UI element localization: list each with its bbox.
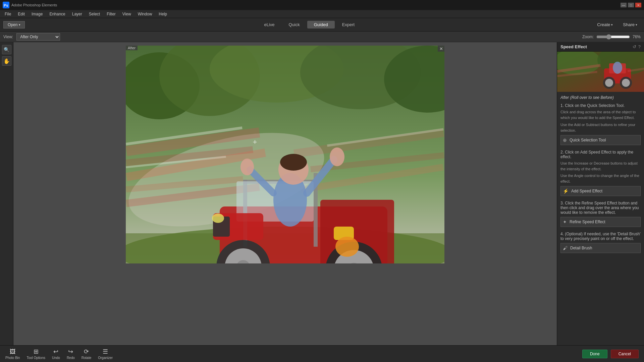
- menu-filter[interactable]: Filter: [103, 11, 119, 17]
- reset-icon[interactable]: ↺: [633, 44, 636, 49]
- menu-edit[interactable]: Edit: [14, 11, 28, 17]
- svg-rect-2: [126, 46, 444, 263]
- cancel-button[interactable]: Cancel: [611, 350, 639, 358]
- maximize-button[interactable]: □: [628, 3, 634, 7]
- menu-file[interactable]: File: [1, 11, 14, 17]
- svg-point-37: [273, 173, 307, 227]
- view-dropdown[interactable]: After Only Before Only Before & After - …: [16, 33, 60, 41]
- create-button[interactable]: Create ▾: [594, 21, 616, 28]
- menu-layer[interactable]: Layer: [69, 11, 86, 17]
- move-tool[interactable]: ✋: [2, 56, 11, 66]
- svg-point-7: [384, 46, 444, 113]
- mode-tabs: eLive Quick Guided Expert: [257, 21, 361, 28]
- canvas-area: After ✕: [13, 42, 557, 345]
- svg-point-38: [278, 155, 309, 185]
- svg-rect-44: [334, 227, 354, 240]
- step-4: 4. (Optional) If needed, use the 'Detail…: [560, 232, 641, 253]
- canvas-close-button[interactable]: ✕: [438, 46, 444, 52]
- svg-point-58: [613, 62, 622, 74]
- rotate-label: Rotate: [82, 356, 91, 360]
- detail-brush-button[interactable]: 🖌 Detail Brush: [560, 243, 641, 253]
- zoom-tool[interactable]: 🔍: [2, 45, 11, 54]
- svg-point-30: [212, 214, 224, 223]
- photo-bin-label: Photo Bin: [5, 356, 20, 360]
- step-2-desc2: Use the Angle control to change the angl…: [560, 173, 641, 184]
- organizer-tool[interactable]: ☰ Organizer: [98, 348, 113, 360]
- undo-icon: ↩: [53, 348, 58, 355]
- svg-rect-19: [126, 126, 243, 145]
- open-arrow: ▾: [19, 23, 20, 26]
- menu-window[interactable]: Window: [135, 11, 156, 17]
- panel-title: Speed Effect: [560, 44, 587, 49]
- main-area: 🔍 ✋ After ✕: [0, 42, 644, 345]
- svg-rect-15: [126, 183, 260, 207]
- tool-options-icon: ⊞: [34, 348, 39, 355]
- tool-options-tool[interactable]: ⊞ Tool Options: [26, 348, 45, 360]
- top-toolbar: Open ▾ eLive Quick Guided Expert Create …: [0, 18, 644, 32]
- info-icon[interactable]: ?: [638, 44, 641, 49]
- right-panel: Speed Effect ↺ ?: [557, 42, 644, 345]
- refine-speed-icon: ✦: [563, 219, 567, 225]
- svg-text:Ps: Ps: [4, 3, 8, 7]
- zoom-slider[interactable]: [596, 34, 630, 40]
- titlebar: Ps Adobe Photoshop Elements — □ ✕: [0, 0, 644, 10]
- panel-header: Speed Effect ↺ ?: [557, 42, 644, 52]
- svg-point-32: [225, 248, 262, 263]
- menu-select[interactable]: Select: [86, 11, 103, 17]
- organizer-label: Organizer: [98, 356, 113, 360]
- quick-selection-label: Quick Selection Tool: [570, 138, 606, 142]
- svg-line-42: [250, 170, 273, 193]
- menu-image[interactable]: Image: [28, 11, 46, 17]
- app-icon: Ps: [3, 2, 9, 8]
- svg-rect-23: [320, 200, 394, 263]
- add-speed-label: Add Speed Effect: [571, 189, 602, 193]
- svg-point-43: [240, 159, 254, 175]
- organizer-icon: ☰: [103, 348, 108, 355]
- svg-rect-24: [243, 180, 247, 247]
- tab-quick[interactable]: Quick: [282, 21, 306, 28]
- step-1: 1. Click on the Quick Selection Tool. Cl…: [560, 103, 641, 145]
- tab-expert[interactable]: Expert: [335, 21, 362, 28]
- undo-label: Undo: [52, 356, 60, 360]
- tab-guided[interactable]: Guided: [307, 21, 335, 28]
- rotate-tool[interactable]: ⟳ Rotate: [82, 348, 91, 360]
- left-panel: 🔍 ✋: [0, 42, 13, 345]
- undo-tool[interactable]: ↩ Undo: [52, 348, 60, 360]
- view-bar: View: After Only Before Only Before & Af…: [0, 32, 644, 42]
- open-button[interactable]: Open ▾: [3, 21, 25, 28]
- svg-rect-20: [126, 156, 226, 168]
- rotate-icon: ⟳: [84, 348, 89, 355]
- refine-speed-effect-button[interactable]: ✦ Refine Speed Effect: [560, 217, 641, 227]
- tab-elive[interactable]: eLive: [257, 21, 281, 28]
- menu-help[interactable]: Help: [155, 11, 170, 17]
- svg-rect-13: [126, 148, 266, 181]
- add-speed-icon: ⚡: [563, 188, 569, 194]
- panel-content: After (Roll over to see Before) 1. Click…: [557, 92, 644, 345]
- svg-point-39: [280, 154, 307, 171]
- share-arrow: ▾: [636, 23, 637, 26]
- photo-bin-icon: 🖼: [10, 348, 16, 355]
- quick-selection-tool-button[interactable]: ⊕ Quick Selection Tool: [560, 135, 641, 145]
- panel-thumbnail: [557, 52, 644, 92]
- menu-enhance[interactable]: Enhance: [46, 11, 68, 17]
- bottom-right-buttons: Done Cancel: [582, 350, 639, 358]
- svg-point-54: [605, 79, 613, 87]
- svg-point-4: [159, 46, 260, 116]
- step-2-title: 2. Click on Add Speed Effect to apply th…: [560, 150, 641, 159]
- add-speed-effect-button[interactable]: ⚡ Add Speed Effect: [560, 186, 641, 196]
- minimize-button[interactable]: —: [621, 3, 627, 7]
- done-button[interactable]: Done: [582, 350, 607, 358]
- svg-rect-14: [126, 176, 243, 192]
- svg-point-35: [334, 250, 374, 263]
- detail-brush-label: Detail Brush: [570, 246, 592, 250]
- share-button[interactable]: Share ▾: [620, 21, 641, 28]
- photo-bin-tool[interactable]: 🖼 Photo Bin: [5, 348, 20, 360]
- step-3: 3. Click the Refine Speed Effect button …: [560, 201, 641, 227]
- svg-point-31: [216, 240, 270, 263]
- svg-point-10: [126, 115, 334, 244]
- close-button[interactable]: ✕: [635, 3, 641, 7]
- menu-view[interactable]: View: [119, 11, 135, 17]
- step-1-subdesc: Use the Add or Subtract buttons to refin…: [560, 122, 641, 133]
- quick-selection-icon: ⊕: [563, 137, 567, 143]
- redo-tool[interactable]: ↪ Redo: [67, 348, 75, 360]
